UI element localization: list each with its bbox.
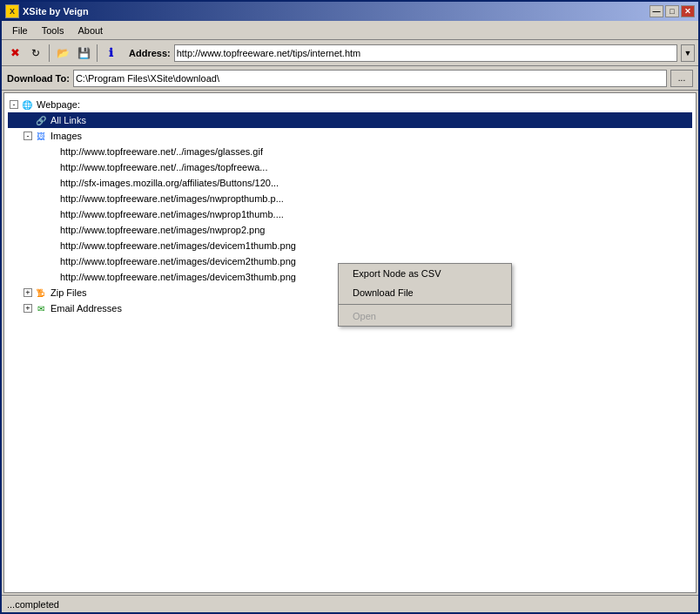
window-title: XSite by Veign [23,6,89,17]
tree-node-img3[interactable]: http://sfx-images.mozilla.org/affiliates… [8,175,692,191]
tree-label-zip: Zip Files [50,287,87,298]
download-to-label: Download To: [7,73,70,84]
spacer-6 [50,194,58,203]
main-window: X XSite by Veign — □ ✕ File Tools About … [0,0,700,614]
menu-file[interactable]: File [5,24,35,37]
open-button[interactable]: 📂 [53,44,72,63]
refresh-icon: ↻ [31,47,40,59]
stop-icon: ✖ [10,46,20,59]
tree-node-img5[interactable]: http://www.topfreeware.net/images/nwprop… [8,206,692,222]
download-row: Download To: ... [2,66,698,91]
minimize-button[interactable]: — [650,5,663,17]
spacer-3 [50,147,58,156]
tree-node-img6[interactable]: http://www.topfreeware.net/images/nwprop… [8,222,692,238]
info-button[interactable]: ℹ [101,44,120,63]
toolbar: ✖ ↻ 📂 💾 ℹ Address: ▼ [2,40,698,66]
tree-node-img1[interactable]: http://www.topfreeware.net/../images/gla… [8,144,692,159]
spacer-4 [50,163,58,172]
maximize-button[interactable]: □ [665,5,679,17]
tree-label-img1: http://www.topfreeware.net/../images/gla… [60,146,263,157]
titlebar: X XSite by Veign — □ ✕ [2,2,698,21]
toolbar-separator [49,44,50,62]
zip-icon: 🗜 [34,286,48,300]
status-text: ...completed [7,599,59,610]
menubar: File Tools About [2,21,698,40]
email-icon: ✉ [34,301,48,315]
link-icon: 🔗 [34,113,48,127]
tree-node-images[interactable]: - 🖼 Images [8,128,692,144]
app-icon: X [5,4,19,18]
image-folder-icon: 🖼 [34,129,48,143]
tree-label-all-links: All Links [50,115,86,125]
context-menu-export-csv[interactable]: Export Node as CSV [339,264,511,283]
tree-label-img8: http://www.topfreeware.net/images/device… [60,256,296,267]
tree-node-all-links[interactable]: 🔗 All Links [8,112,692,128]
expand-icon-zip[interactable]: + [24,288,32,297]
toolbar-separator-2 [97,44,98,62]
tree-label-img6: http://www.topfreeware.net/images/nwprop… [60,225,265,235]
spacer-10 [50,257,58,266]
expand-icon-images[interactable]: - [24,132,32,140]
address-input[interactable] [174,44,677,62]
browse-button[interactable]: ... [670,70,693,87]
spacer-9 [50,241,58,250]
address-label: Address: [129,48,171,58]
refresh-button[interactable]: ↻ [26,44,45,63]
tree-label-img7: http://www.topfreeware.net/images/device… [60,240,296,251]
tree-view: - 🌐 Webpage: 🔗 All Links - 🖼 Images http… [4,93,696,592]
open-icon: 📂 [57,47,70,59]
tree-node-img7[interactable]: http://www.topfreeware.net/images/device… [8,238,692,253]
menu-about[interactable]: About [71,24,110,37]
main-area: - 🌐 Webpage: 🔗 All Links - 🖼 Images http… [3,92,697,593]
webpage-icon: 🌐 [20,98,34,111]
tree-label-img4: http://www.topfreeware.net/images/nwprop… [60,193,284,204]
save-button[interactable]: 💾 [74,44,93,63]
spacer-5 [50,179,58,187]
tree-node-img4[interactable]: http://www.topfreeware.net/images/nwprop… [8,191,692,206]
tree-label-email: Email Addresses [50,303,122,314]
save-icon: 💾 [77,47,91,59]
tree-node-img2[interactable]: http://www.topfreeware.net/../images/top… [8,159,692,175]
info-icon: ℹ [109,46,113,59]
tree-label-images: Images [50,131,82,141]
menu-tools[interactable]: Tools [35,24,71,37]
context-menu-download-file[interactable]: Download File [339,283,511,302]
spacer-1 [24,116,32,125]
tree-node-webpage[interactable]: - 🌐 Webpage: [8,97,692,112]
tree-label-img2: http://www.topfreeware.net/../images/top… [60,162,267,172]
tree-label-img9: http://www.topfreeware.net/images/device… [60,272,296,282]
context-menu-separator [339,304,511,305]
stop-button[interactable]: ✖ [5,44,24,63]
statusbar: ...completed [2,595,698,612]
context-menu-open: Open [339,307,511,326]
expand-icon-email[interactable]: + [24,304,32,313]
expand-icon-webpage[interactable]: - [10,100,18,109]
tree-label-img3: http://sfx-images.mozilla.org/affiliates… [60,178,279,188]
address-section: Address: ▼ [129,44,695,62]
spacer-7 [50,210,58,219]
tree-label-img5: http://www.topfreeware.net/images/nwprop… [60,209,284,219]
context-menu: Export Node as CSV Download File Open [338,263,512,327]
spacer-11 [50,273,58,281]
download-path-input[interactable] [73,70,667,87]
close-button[interactable]: ✕ [681,5,695,17]
titlebar-left: X XSite by Veign [5,4,89,18]
tree-label-webpage: Webpage: [37,99,80,110]
titlebar-buttons: — □ ✕ [650,5,695,17]
spacer-8 [50,226,58,234]
address-dropdown-button[interactable]: ▼ [681,44,695,62]
